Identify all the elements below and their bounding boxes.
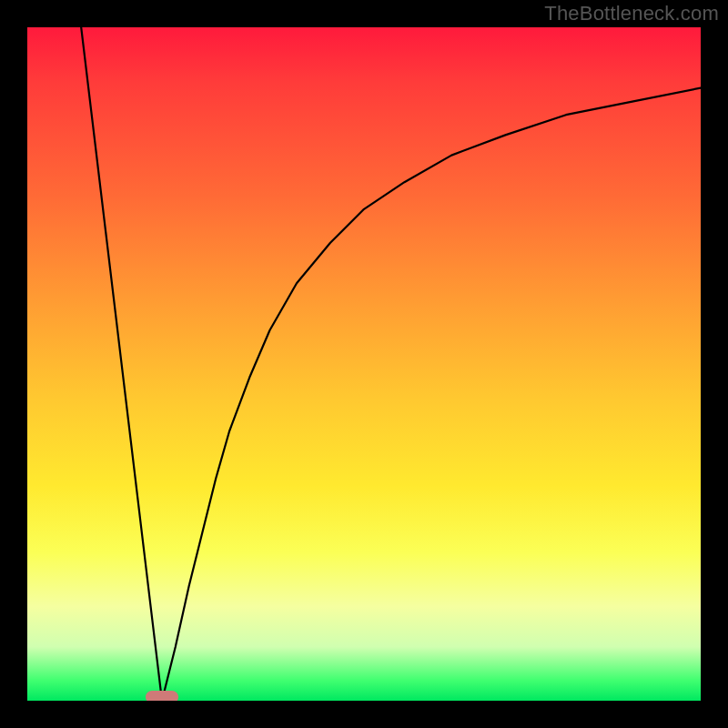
optimal-marker bbox=[146, 691, 178, 701]
bottleneck-curve bbox=[81, 27, 701, 701]
chart-frame: TheBottleneck.com bbox=[0, 0, 728, 728]
curve-layer bbox=[27, 27, 701, 701]
watermark-text: TheBottleneck.com bbox=[544, 2, 719, 25]
plot-area bbox=[27, 27, 701, 701]
